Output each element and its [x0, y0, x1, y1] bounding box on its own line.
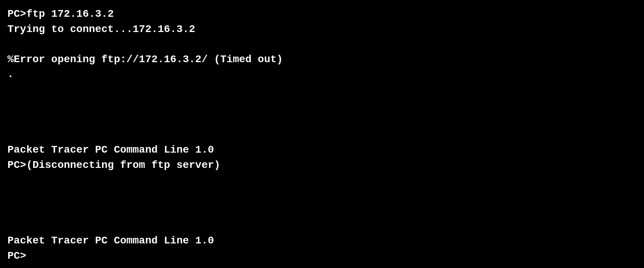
- spacer: [7, 112, 637, 143]
- spacer: [7, 82, 637, 112]
- terminal-line: Trying to connect...172.16.3.2: [7, 22, 637, 37]
- terminal-line: PC>(Disconnecting from ftp server): [7, 158, 637, 173]
- terminal-prompt[interactable]: PC>: [7, 249, 637, 264]
- spacer: [7, 173, 637, 203]
- blank-line: [7, 37, 637, 52]
- terminal-line: PC>ftp 172.16.3.2: [7, 7, 637, 22]
- spacer: [7, 203, 637, 233]
- terminal-line: %Error opening ftp://172.16.3.2/ (Timed …: [7, 52, 637, 67]
- terminal-line: .: [7, 67, 637, 82]
- terminal-line: Packet Tracer PC Command Line 1.0: [7, 233, 637, 249]
- terminal-window: PC>ftp 172.16.3.2 Trying to connect...17…: [7, 7, 637, 264]
- terminal-line: Packet Tracer PC Command Line 1.0: [7, 143, 637, 158]
